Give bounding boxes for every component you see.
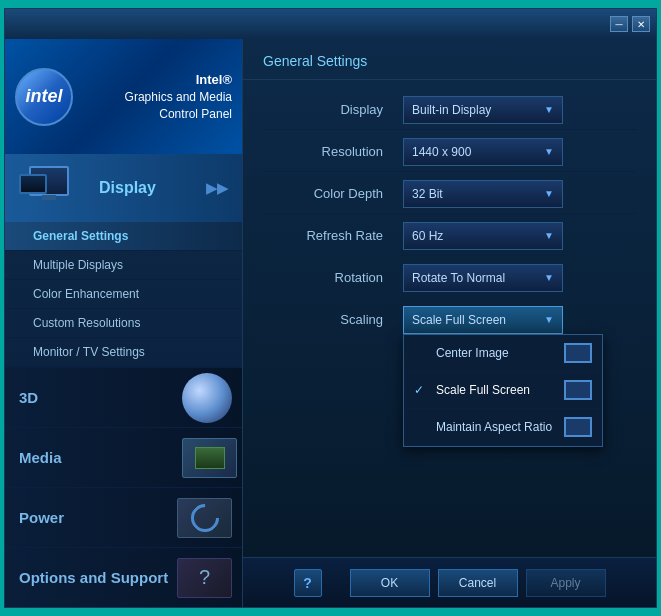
power-icon xyxy=(177,498,232,538)
bottom-bar: ? OK Cancel Apply xyxy=(243,557,656,607)
resolution-dropdown[interactable]: 1440 x 900 ▼ xyxy=(403,138,563,166)
help-button[interactable]: ? xyxy=(294,569,322,597)
sidebar-section-3d[interactable]: 3D xyxy=(5,367,242,427)
resolution-setting-row: Resolution 1440 x 900 ▼ xyxy=(263,132,636,172)
logo-area: intel Intel® Graphics and Media Control … xyxy=(5,39,242,154)
maintain-aspect-check xyxy=(414,420,428,434)
sidebar-section-options-support[interactable]: Options and Support ? xyxy=(5,547,242,607)
color-depth-dropdown[interactable]: 32 Bit ▼ xyxy=(403,180,563,208)
sidebar-section-options-label: Options and Support xyxy=(19,569,168,586)
resolution-value: 1440 x 900 xyxy=(412,145,471,159)
color-depth-dropdown-arrow: ▼ xyxy=(544,188,554,199)
scale-full-screen-label: Scale Full Screen xyxy=(436,383,530,397)
scaling-control: Scale Full Screen ▼ Center Image xyxy=(403,306,636,334)
sidebar-section-3d-label: 3D xyxy=(19,389,38,406)
refresh-rate-value: 60 Hz xyxy=(412,229,443,243)
sidebar-item-color-enhancement[interactable]: Color Enhancement xyxy=(5,280,242,309)
3d-sphere-icon xyxy=(182,373,232,423)
scale-full-screen-check: ✓ xyxy=(414,383,428,397)
resolution-label: Resolution xyxy=(263,144,403,159)
panel-title: General Settings xyxy=(243,39,656,80)
sidebar-section-media-label: Media xyxy=(19,449,62,466)
close-button[interactable]: ✕ xyxy=(632,16,650,32)
refresh-rate-dropdown-arrow: ▼ xyxy=(544,230,554,241)
refresh-rate-setting-row: Refresh Rate 60 Hz ▼ xyxy=(263,216,636,256)
monitor-small-icon xyxy=(19,174,47,194)
scaling-value: Scale Full Screen xyxy=(412,313,506,327)
scaling-setting-row: Scaling Scale Full Screen ▼ C xyxy=(263,300,636,340)
display-submenu: General Settings Multiple Displays Color… xyxy=(5,222,242,367)
display-expand-icon: ▶▶ xyxy=(206,180,228,196)
intel-logo: intel xyxy=(15,68,73,126)
options-icon: ? xyxy=(177,558,232,598)
display-dropdown-arrow: ▼ xyxy=(544,104,554,115)
sidebar-item-monitor-tv-settings[interactable]: Monitor / TV Settings xyxy=(5,338,242,367)
rotation-setting-row: Rotation Rotate To Normal ▼ xyxy=(263,258,636,298)
title-bar-buttons: ─ ✕ xyxy=(610,16,650,32)
refresh-rate-label: Refresh Rate xyxy=(263,228,403,243)
refresh-rate-dropdown[interactable]: 60 Hz ▼ xyxy=(403,222,563,250)
color-depth-value: 32 Bit xyxy=(412,187,443,201)
display-setting-row: Display Built-in Display ▼ xyxy=(263,90,636,130)
content-area: intel Intel® Graphics and Media Control … xyxy=(5,39,656,607)
settings-area: Display Built-in Display ▼ Resolution 14… xyxy=(243,80,656,557)
color-depth-label: Color Depth xyxy=(263,186,403,201)
sidebar-section-media[interactable]: Media xyxy=(5,427,242,487)
color-depth-control: 32 Bit ▼ xyxy=(403,180,636,208)
display-control: Built-in Display ▼ xyxy=(403,96,636,124)
sidebar-item-custom-resolutions[interactable]: Custom Resolutions xyxy=(5,309,242,338)
sidebar-section-power[interactable]: Power xyxy=(5,487,242,547)
rotation-dropdown[interactable]: Rotate To Normal ▼ xyxy=(403,264,563,292)
display-icon xyxy=(19,164,89,212)
center-image-preview xyxy=(564,343,592,363)
sidebar-item-general-settings[interactable]: General Settings xyxy=(5,222,242,251)
scaling-dropdown-menu: Center Image ✓ Scale Full Screen xyxy=(403,334,603,447)
color-depth-setting-row: Color Depth 32 Bit ▼ xyxy=(263,174,636,214)
display-value: Built-in Display xyxy=(412,103,491,117)
main-window: ─ ✕ intel Intel® Graphics and Media Cont… xyxy=(4,8,657,608)
sidebar-section-display[interactable]: Display ▶▶ xyxy=(5,154,242,222)
refresh-rate-control: 60 Hz ▼ xyxy=(403,222,636,250)
maintain-aspect-preview xyxy=(564,417,592,437)
rotation-label: Rotation xyxy=(263,270,403,285)
sidebar: intel Intel® Graphics and Media Control … xyxy=(5,39,243,607)
scaling-dropdown[interactable]: Scale Full Screen ▼ xyxy=(403,306,563,334)
scaling-option-center-image[interactable]: Center Image xyxy=(404,335,602,372)
apply-button[interactable]: Apply xyxy=(526,569,606,597)
ok-button[interactable]: OK xyxy=(350,569,430,597)
title-bar: ─ ✕ xyxy=(5,9,656,39)
center-image-label: Center Image xyxy=(436,346,509,360)
display-dropdown[interactable]: Built-in Display ▼ xyxy=(403,96,563,124)
logo-text: Intel® Graphics and Media Control Panel xyxy=(83,71,232,123)
main-panel: General Settings Display Built-in Displa… xyxy=(243,39,656,607)
rotation-value: Rotate To Normal xyxy=(412,271,505,285)
scale-full-screen-preview xyxy=(564,380,592,400)
rotation-control: Rotate To Normal ▼ xyxy=(403,264,636,292)
sidebar-section-display-label: Display xyxy=(99,179,156,197)
display-label: Display xyxy=(263,102,403,117)
resolution-dropdown-arrow: ▼ xyxy=(544,146,554,157)
minimize-button[interactable]: ─ xyxy=(610,16,628,32)
cancel-button[interactable]: Cancel xyxy=(438,569,518,597)
resolution-control: 1440 x 900 ▼ xyxy=(403,138,636,166)
maintain-aspect-label: Maintain Aspect Ratio xyxy=(436,420,552,434)
sidebar-section-power-label: Power xyxy=(19,509,64,526)
sidebar-item-multiple-displays[interactable]: Multiple Displays xyxy=(5,251,242,280)
scaling-label: Scaling xyxy=(263,312,403,327)
scaling-option-scale-full-screen[interactable]: ✓ Scale Full Screen xyxy=(404,372,602,409)
scaling-dropdown-container: Scale Full Screen ▼ Center Image xyxy=(403,306,563,334)
center-image-check xyxy=(414,346,428,360)
scaling-dropdown-arrow: ▼ xyxy=(544,314,554,325)
rotation-dropdown-arrow: ▼ xyxy=(544,272,554,283)
scaling-option-maintain-aspect-ratio[interactable]: Maintain Aspect Ratio xyxy=(404,409,602,446)
media-icon xyxy=(182,438,237,478)
